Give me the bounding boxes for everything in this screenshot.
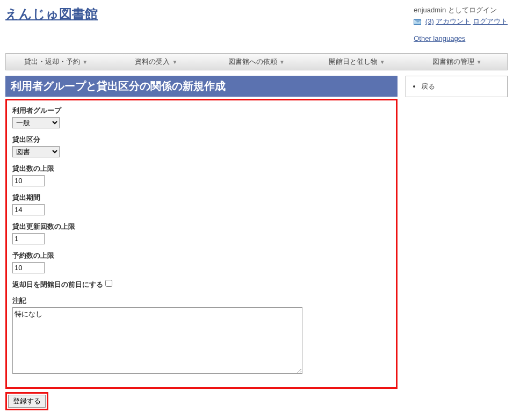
submit-highlight: 登録する (5, 392, 48, 410)
navbar: 貸出・返却・予約▼ 資料の受入▼ 図書館への依頼▼ 開館日と催し物▼ 図書館の管… (5, 53, 508, 70)
chevron-down-icon: ▼ (476, 59, 482, 65)
renewal-limit-label: 貸出更新回数の上限 (12, 222, 391, 231)
page-title: 利用者グループと貸出区分の関係の新規作成 (5, 76, 398, 97)
message-count-link[interactable]: (3) (425, 17, 434, 25)
checkout-period-input[interactable] (12, 204, 45, 215)
due-before-closed-checkbox[interactable] (105, 280, 112, 287)
nav-calendar[interactable]: 開館日と催し物▼ (307, 57, 407, 67)
checkout-period-label: 貸出期間 (12, 193, 391, 202)
checkout-type-select[interactable]: 図書 (12, 146, 60, 157)
back-link[interactable]: 戻る (421, 82, 435, 90)
login-status: enjuadmin としてログイン (414, 5, 508, 15)
note-textarea[interactable] (12, 307, 302, 374)
site-title: えんじゅ図書館 (5, 5, 98, 23)
logout-link[interactable]: ログアウト (473, 17, 508, 25)
user-group-select[interactable]: 一般 (12, 117, 60, 128)
nav-label: 図書館への依頼 (228, 57, 277, 66)
mail-icon (414, 19, 421, 25)
reserve-limit-input[interactable] (12, 262, 45, 273)
nav-label: 図書館の管理 (432, 57, 474, 66)
due-before-closed-label: 返却日を閉館日の前日にする (12, 280, 103, 288)
submit-button[interactable]: 登録する (8, 395, 46, 408)
form-area: 利用者グループ 一般 貸出区分 図書 貸出数の上限 貸出期間 貸出更新回数の上限 (5, 99, 398, 389)
chevron-down-icon: ▼ (279, 59, 285, 65)
account-link[interactable]: アカウント (436, 17, 471, 25)
sidebar: 戻る (406, 76, 508, 410)
note-label: 注記 (12, 296, 391, 306)
chevron-down-icon: ▼ (82, 59, 88, 65)
checkout-limit-input[interactable] (12, 175, 45, 186)
nav-label: 開館日と催し物 (329, 57, 378, 66)
nav-acquisition[interactable]: 資料の受入▼ (106, 57, 207, 67)
chevron-down-icon: ▼ (380, 59, 385, 65)
reserve-limit-label: 予約数の上限 (12, 251, 391, 260)
header: えんじゅ図書館 enjuadmin としてログイン (3) アカウント ログアウ… (5, 5, 508, 42)
chevron-down-icon: ▼ (172, 59, 177, 65)
list-item: 戻る (421, 82, 502, 91)
site-title-link[interactable]: えんじゅ図書館 (5, 6, 98, 21)
nav-admin[interactable]: 図書館の管理▼ (407, 57, 507, 67)
nav-checkout[interactable]: 貸出・返却・予約▼ (6, 57, 106, 67)
nav-label: 貸出・返却・予約 (24, 57, 80, 66)
nav-request[interactable]: 図書館への依頼▼ (206, 57, 307, 67)
nav-label: 資料の受入 (135, 57, 170, 66)
other-languages-link[interactable]: Other languages (414, 34, 465, 42)
user-group-label: 利用者グループ (12, 106, 391, 115)
renewal-limit-input[interactable] (12, 233, 45, 244)
main-content: 利用者グループと貸出区分の関係の新規作成 利用者グループ 一般 貸出区分 図書 … (5, 76, 398, 410)
checkout-type-label: 貸出区分 (12, 135, 391, 144)
checkout-limit-label: 貸出数の上限 (12, 164, 391, 173)
